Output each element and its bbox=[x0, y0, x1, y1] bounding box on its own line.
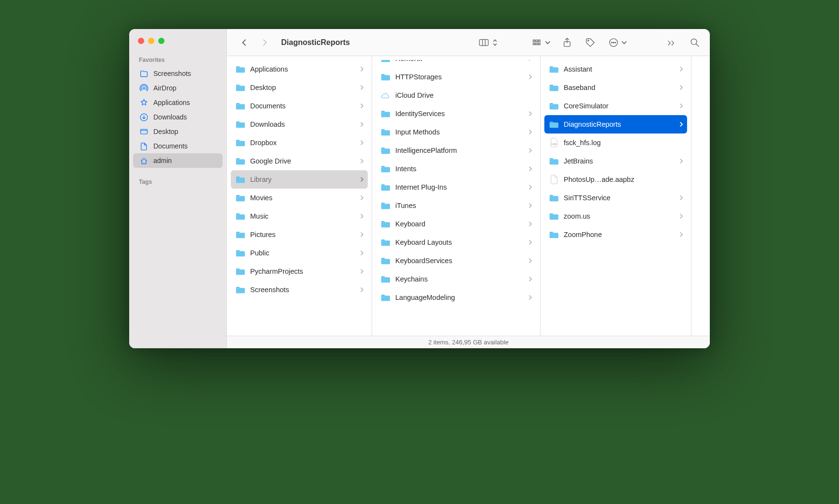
svg-line-21 bbox=[696, 44, 699, 46]
view-switcher[interactable] bbox=[477, 36, 499, 49]
column-2[interactable]: AssistantBasebandCoreSimulatorDiagnostic… bbox=[540, 56, 691, 336]
list-item[interactable]: Movies bbox=[231, 189, 368, 207]
chevron-right-icon bbox=[527, 258, 533, 264]
list-item[interactable]: iTunes bbox=[376, 196, 536, 215]
sidebar-item-documents[interactable]: Documents bbox=[133, 139, 223, 153]
list-item[interactable]: Intents bbox=[376, 160, 536, 178]
folder-icon bbox=[235, 266, 246, 277]
share-button[interactable] bbox=[560, 36, 574, 49]
list-item-label: Documents bbox=[250, 102, 355, 110]
list-item-label: Public bbox=[250, 249, 355, 257]
list-item-label: Keyboard Layouts bbox=[395, 238, 524, 246]
list-item[interactable]: Baseband bbox=[544, 78, 687, 97]
list-item[interactable]: Keychains bbox=[376, 270, 536, 288]
tags-button[interactable] bbox=[583, 36, 598, 49]
chevron-right-icon bbox=[527, 276, 533, 282]
sidebar-item-admin[interactable]: admin bbox=[133, 153, 223, 168]
sidebar-item-downloads[interactable]: Downloads bbox=[133, 110, 223, 124]
column-1[interactable]: HomeKitHTTPStoragesiCloud DriveIdentityS… bbox=[372, 56, 540, 336]
list-item[interactable]: IdentityServices bbox=[376, 104, 536, 123]
svg-rect-5 bbox=[479, 39, 488, 45]
list-item[interactable]: KeyboardServices bbox=[376, 252, 536, 270]
list-item-label: Google Drive bbox=[250, 157, 355, 165]
list-item-label: Keychains bbox=[395, 275, 524, 283]
sidebar-item-label: Applications bbox=[153, 99, 190, 106]
list-item[interactable]: HomeKit bbox=[376, 60, 536, 68]
chevron-right-icon bbox=[527, 295, 533, 300]
list-item[interactable]: Pictures bbox=[231, 225, 368, 244]
list-item[interactable]: Public bbox=[231, 244, 368, 262]
list-item[interactable]: Google Drive bbox=[231, 152, 368, 170]
minimize-button[interactable] bbox=[148, 38, 154, 44]
list-item[interactable]: iCloud Drive bbox=[376, 86, 536, 104]
list-item[interactable]: zoom.us bbox=[544, 207, 687, 225]
folder-icon bbox=[548, 156, 560, 166]
chevron-down-icon bbox=[621, 36, 628, 49]
sidebar-item-applications[interactable]: Applications bbox=[133, 95, 223, 110]
sidebar-item-label: Documents bbox=[153, 142, 188, 150]
list-item[interactable]: PhotosUp…ade.aapbz bbox=[544, 170, 687, 189]
list-item[interactable]: ZoomPhone bbox=[544, 225, 687, 244]
download-icon bbox=[139, 112, 149, 122]
list-item[interactable]: IntelligencePlatform bbox=[376, 141, 536, 160]
list-item[interactable]: Music bbox=[231, 207, 368, 225]
list-item-label: ZoomPhone bbox=[564, 231, 674, 238]
chevron-right-icon bbox=[359, 232, 365, 237]
list-item[interactable]: LanguageModeling bbox=[376, 288, 536, 307]
list-item[interactable]: Input Methods bbox=[376, 123, 536, 141]
list-item[interactable]: Downloads bbox=[231, 115, 368, 133]
chevron-right-icon bbox=[359, 103, 365, 109]
list-item[interactable]: CoreSimulator bbox=[544, 97, 687, 115]
overflow-button[interactable] bbox=[664, 36, 679, 49]
columns-view-icon[interactable] bbox=[477, 36, 491, 49]
list-item[interactable]: Keyboard bbox=[376, 215, 536, 233]
list-item[interactable]: Assistant bbox=[544, 60, 687, 78]
list-item-label: iTunes bbox=[395, 202, 524, 209]
list-item[interactable]: Dropbox bbox=[231, 133, 368, 152]
column-0[interactable]: ApplicationsDesktopDocumentsDownloadsDro… bbox=[227, 56, 372, 336]
folder-icon bbox=[548, 229, 560, 240]
list-item[interactable]: HTTPStorages bbox=[376, 68, 536, 86]
list-item[interactable]: Keyboard Layouts bbox=[376, 233, 536, 252]
list-item[interactable]: Documents bbox=[231, 97, 368, 115]
back-button[interactable] bbox=[239, 37, 250, 48]
chevron-right-icon bbox=[678, 195, 684, 201]
list-item-label: LanguageModeling bbox=[395, 294, 524, 301]
action-menu-button[interactable] bbox=[606, 36, 628, 49]
chevron-right-icon bbox=[678, 66, 684, 72]
ellipsis-circle-icon bbox=[606, 36, 621, 49]
list-item[interactable]: Desktop bbox=[231, 78, 368, 97]
list-item[interactable]: JetBrains bbox=[544, 152, 687, 170]
svg-rect-10 bbox=[539, 40, 540, 42]
list-item[interactable]: SiriTTSService bbox=[544, 189, 687, 207]
chevron-right-icon bbox=[527, 60, 533, 61]
chevron-right-icon bbox=[359, 195, 365, 201]
chevron-right-icon bbox=[359, 287, 365, 293]
search-button[interactable] bbox=[688, 36, 702, 49]
sidebar-item-airdrop[interactable]: AirDrop bbox=[133, 81, 223, 95]
list-item-label: Assistant bbox=[564, 65, 674, 73]
list-item[interactable]: Applications bbox=[231, 60, 368, 78]
list-item[interactable]: Internet Plug-Ins bbox=[376, 178, 536, 196]
column-3[interactable] bbox=[691, 56, 710, 336]
folder-icon bbox=[235, 248, 246, 258]
group-button[interactable] bbox=[530, 36, 551, 49]
list-item-label: Baseband bbox=[564, 84, 674, 91]
chevron-right-icon bbox=[359, 121, 365, 127]
folder-icon bbox=[548, 82, 560, 93]
home-icon bbox=[139, 156, 149, 165]
sidebar-item-screenshots[interactable]: Screenshots bbox=[133, 66, 223, 81]
fullscreen-button[interactable] bbox=[158, 38, 165, 44]
list-item[interactable]: PycharmProjects bbox=[231, 262, 368, 281]
view-updown-icon[interactable] bbox=[491, 36, 499, 49]
sidebar-item-desktop[interactable]: Desktop bbox=[133, 124, 223, 139]
list-item[interactable]: Library bbox=[231, 170, 368, 189]
folder-icon bbox=[548, 64, 560, 74]
column-browser[interactable]: ApplicationsDesktopDocumentsDownloadsDro… bbox=[227, 56, 710, 336]
close-button[interactable] bbox=[138, 38, 144, 44]
list-item[interactable]: fsck_hfs.log bbox=[544, 133, 687, 152]
list-item[interactable]: DiagnosticReports bbox=[544, 115, 687, 133]
svg-rect-12 bbox=[536, 43, 538, 44]
forward-button[interactable] bbox=[259, 37, 270, 48]
list-item[interactable]: Screenshots bbox=[231, 281, 368, 299]
